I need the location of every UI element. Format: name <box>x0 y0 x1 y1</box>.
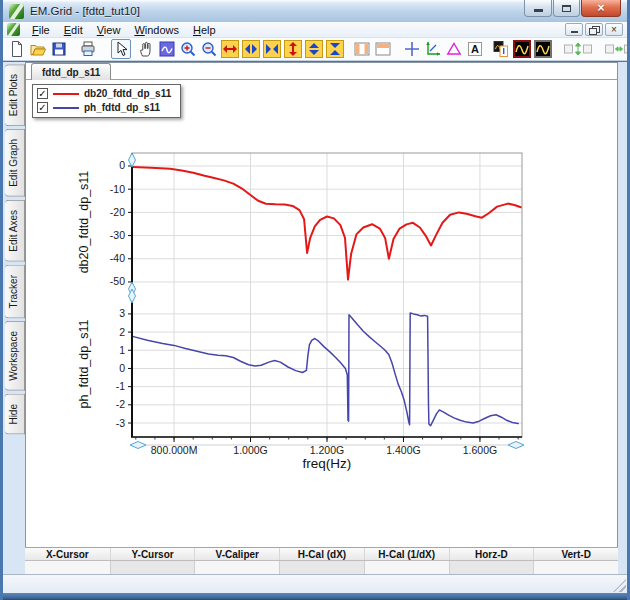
text-label-button[interactable]: A <box>465 39 485 59</box>
new-file-button[interactable] <box>7 39 27 59</box>
sidebar-tab-tracker[interactable]: Tracker <box>5 265 25 319</box>
minimize-button[interactable] <box>524 0 552 17</box>
cursor-table: X-CursorY-CursorV-CaliperH-Cal (dX)H-Cal… <box>25 547 618 575</box>
linky-icon <box>563 40 593 58</box>
axes-tool-button[interactable] <box>423 39 443 59</box>
sidebar-tab-edit-plots[interactable]: Edit Plots <box>5 64 25 126</box>
pan-hand-button[interactable] <box>136 39 156 59</box>
x-axis-label: freq(Hz) <box>303 456 352 471</box>
compressy-icon <box>326 40 344 58</box>
sidebar-tab-edit-graph[interactable]: Edit Graph <box>5 129 25 197</box>
mdi-minimize-icon <box>571 31 578 33</box>
document-tab-row: fdtd_dp_s11 <box>26 63 617 80</box>
expand-y-button[interactable] <box>283 39 303 59</box>
y-tick-label: -30 <box>110 229 125 241</box>
zoomout-icon <box>200 40 218 58</box>
compress-y-button[interactable] <box>325 39 345 59</box>
y-tick-label: 0 <box>119 159 125 171</box>
menu-edit[interactable]: Edit <box>57 23 90 37</box>
copy-plot-button[interactable] <box>491 39 511 59</box>
zoom-in-button[interactable] <box>178 39 198 59</box>
cursor-col-h-cal-dx-: H-Cal (dX) <box>279 548 364 560</box>
zoom-window-button[interactable] <box>157 39 177 59</box>
shrink-x-button[interactable] <box>241 39 261 59</box>
maximize-button[interactable] <box>553 0 580 17</box>
textA-icon: A <box>466 40 484 58</box>
y-tick-label: -50 <box>110 275 125 287</box>
cursor-value-cell <box>110 561 195 574</box>
axes-icon <box>424 40 442 58</box>
resize-grip[interactable] <box>613 579 626 592</box>
menu-view[interactable]: View <box>90 23 128 37</box>
app-logo-icon <box>9 4 24 19</box>
shrinky-icon <box>305 40 323 58</box>
expandy-icon <box>284 40 302 58</box>
legend-checkbox-db20_fdtd_dp_s11[interactable]: ✓ <box>37 88 48 99</box>
mdi-restore-icon <box>588 25 600 35</box>
mdi-close-icon: × <box>611 25 617 35</box>
cursor-col-y-cursor: Y-Cursor <box>110 548 195 560</box>
menu-windows[interactable]: Windows <box>127 23 186 37</box>
sidebar-tab-workspace[interactable]: Workspace <box>5 321 25 391</box>
plot-canvas[interactable]: 0-10-20-30-40-50db20_fdtd_dp_s113210-1-2… <box>66 144 536 474</box>
tab-fdtd-dp-s11[interactable]: fdtd_dp_s11 <box>31 63 111 80</box>
split-horizontal-button[interactable] <box>373 39 393 59</box>
crosshair-button[interactable] <box>402 39 422 59</box>
compress-x-button[interactable] <box>262 39 282 59</box>
legend-checkbox-ph_fdtd_dp_s11[interactable]: ✓ <box>37 102 48 113</box>
link-y-button[interactable] <box>562 39 594 59</box>
y-axis-handle[interactable] <box>129 153 136 167</box>
shrink-y-button[interactable] <box>304 39 324 59</box>
cursor-col-v-caliper: V-Caliper <box>194 548 279 560</box>
marker-triangle-button[interactable] <box>444 39 464 59</box>
plotdark-icon <box>534 40 552 58</box>
x-axis-handle[interactable] <box>508 442 524 449</box>
split-vertical-button[interactable] <box>352 39 372 59</box>
y-tick-label: 3 <box>119 307 125 319</box>
mdi-restore-button[interactable] <box>585 23 603 36</box>
cursor-value-cell <box>279 561 364 574</box>
link-x-button[interactable] <box>603 39 627 59</box>
x-tick-label: 1.200G <box>310 444 344 456</box>
y-tick-label: 2 <box>119 326 125 338</box>
mdi-minimize-button[interactable] <box>565 23 583 36</box>
cursor-value-cell <box>533 561 618 574</box>
sidebar-tab-hide[interactable]: Hide <box>5 394 25 435</box>
print-button[interactable] <box>78 39 98 59</box>
plot-legend: ✓db20_fdtd_dp_s11✓ph_fdtd_dp_s11 <box>32 84 181 118</box>
compressx-icon <box>263 40 281 58</box>
window-title: EM.Grid - [fdtd_tut10] <box>30 5 140 17</box>
cross-icon <box>403 40 421 58</box>
zoom-out-button[interactable] <box>199 39 219 59</box>
y-axis-label: db20_fdtd_dp_s11 <box>77 171 91 274</box>
document-icon <box>7 23 20 36</box>
floppy-icon <box>50 40 68 58</box>
plot-style-button[interactable] <box>533 39 553 59</box>
y-tick-label: 0 <box>119 362 125 374</box>
x-tick-label: 1.000G <box>233 444 267 456</box>
legend-label: db20_fdtd_dp_s11 <box>84 88 171 99</box>
minimize-icon <box>534 9 543 12</box>
series-ph_fdtd_dp_s11 <box>134 313 519 426</box>
open-file-button[interactable] <box>28 39 48 59</box>
expand-x-button[interactable] <box>220 39 240 59</box>
cursor-value-cell <box>194 561 279 574</box>
save-file-button[interactable] <box>49 39 69 59</box>
menu-file[interactable]: File <box>25 23 57 37</box>
sidebar-tab-edit-axes[interactable]: Edit Axes <box>5 200 25 262</box>
x-axis-handle[interactable] <box>130 442 146 449</box>
toolbar: ALayout <box>3 38 627 61</box>
app-window: EM.Grid - [fdtd_tut10] × FileEditViewWin… <box>0 0 630 600</box>
cursor-value-cell <box>449 561 534 574</box>
select-pointer-button[interactable] <box>111 39 131 59</box>
mdi-close-button[interactable]: × <box>605 23 623 36</box>
x-tick-label: 1.400G <box>386 444 420 456</box>
plot-style-red-button[interactable] <box>512 39 532 59</box>
y-tick-label: -20 <box>110 206 125 218</box>
menu-help[interactable]: Help <box>186 23 223 37</box>
x-tick-label: 1.600G <box>463 444 497 456</box>
title-bar[interactable]: EM.Grid - [fdtd_tut10] × <box>3 0 627 22</box>
pointer-icon <box>112 40 130 58</box>
close-button[interactable]: × <box>581 0 621 17</box>
plotred-icon <box>513 40 531 58</box>
